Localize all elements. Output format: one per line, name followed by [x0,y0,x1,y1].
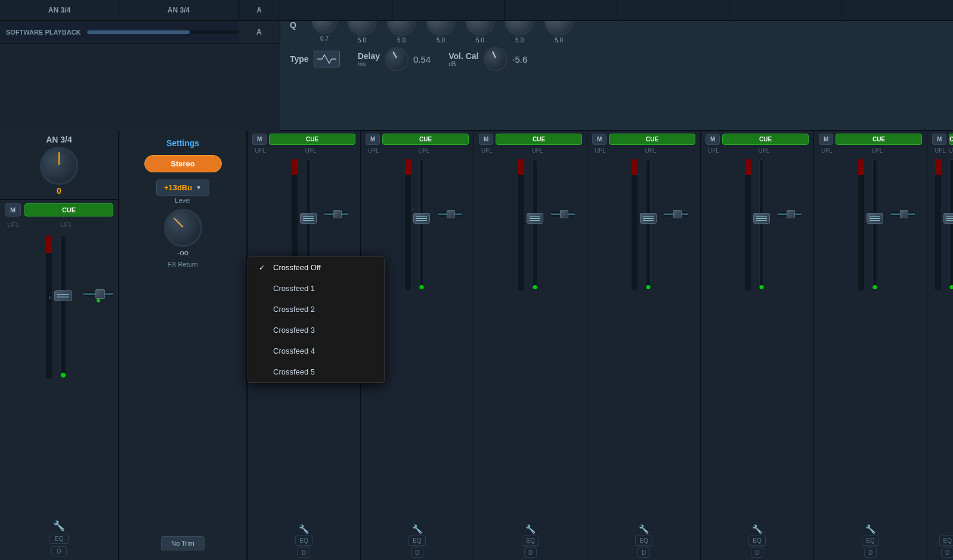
cue-btn-6[interactable]: CUE [836,134,922,145]
mute-btn-1[interactable]: M [252,134,267,145]
pan-handle-2[interactable] [447,210,455,218]
delay-sub: ms [358,61,380,67]
ufl2-5: UFL [759,147,807,154]
delay-knob[interactable] [385,47,409,71]
dropdown-item-5[interactable]: Crossfeed 5 [248,361,384,382]
cue-button-main[interactable]: CUE [24,203,113,216]
q-value-1: 0.7 [320,35,329,42]
wrench-icon-main[interactable]: 🔧 [53,520,65,531]
q-value-4: 5.0 [437,37,445,44]
channel-strip-6: M CUE UFL UFL [814,131,927,560]
ufl2-3: UFL [532,147,580,154]
q-value-6: 5.0 [515,37,524,44]
d-btn-3[interactable]: D [524,547,537,558]
eq-btn-5[interactable]: EQ [748,536,765,546]
pan-handle-4[interactable] [673,210,682,218]
top-name-an34-left: AN 3/4 [0,0,119,20]
type-selector[interactable] [314,51,340,67]
wrench-icon-2[interactable]: 🔧 [412,524,422,534]
eq-btn-2[interactable]: EQ [409,536,425,546]
check-icon-0: ✓ [259,264,268,272]
q-value-5: 5.0 [476,37,484,44]
eq-btn-3[interactable]: EQ [522,536,539,546]
q-value-2: 5.0 [358,37,366,44]
pan-handle-3[interactable] [560,210,568,218]
ufl2-2: UFL [419,147,467,154]
wrench-icon-5[interactable]: 🔧 [752,524,762,534]
wrench-icon-4[interactable]: 🔧 [639,524,649,534]
vu-2 [405,159,411,290]
mute-btn-partial[interactable]: M [932,134,946,145]
main-knob-value: 0 [57,186,61,196]
fader-handle-1[interactable] [300,213,317,224]
channel-strip-3: M CUE UFL UFL [474,131,587,560]
d-button-main[interactable]: D [51,546,66,556]
mute-btn-2[interactable]: M [366,134,380,145]
fader-handle-4[interactable] [640,213,657,224]
pan-fader-handle[interactable] [95,289,105,299]
d-btn-1[interactable]: D [298,547,310,558]
vu-6 [858,159,864,290]
ufl2-6: UFL [872,147,920,154]
channel-name-main: AN 3/4 [46,135,72,144]
settings-tab[interactable]: Settings [124,136,242,150]
mute-btn-6[interactable]: M [819,134,833,145]
q-label: Q [290,20,302,30]
dropdown-item-1[interactable]: Crossfeed 1 [248,278,384,299]
vu-meter-left [46,236,52,379]
d-btn-6[interactable]: D [864,547,877,558]
fx-return-label: FX Return [124,261,242,268]
main-fader-handle[interactable] [54,290,72,301]
eq-btn-1[interactable]: EQ [295,536,312,546]
top-name-a: A [239,0,280,20]
eq-button-main[interactable]: EQ [49,534,69,544]
stereo-button[interactable]: Stereo [144,155,222,172]
pan-fader-track [83,292,113,296]
eq-btn-4[interactable]: EQ [635,536,652,546]
fader-handle-5[interactable] [753,213,770,224]
level-knob[interactable] [164,209,202,247]
d-btn-4[interactable]: D [638,547,650,558]
pan-handle-1[interactable] [333,210,342,218]
vu-3 [518,159,524,290]
dropdown-item-3[interactable]: Crossfeed 3 [248,320,384,341]
wrench-icon-1[interactable]: 🔧 [299,524,309,534]
tab-a[interactable]: A [239,21,280,44]
mute-button-main[interactable]: M [5,203,21,216]
no-trim-button[interactable]: No Trim [161,536,205,550]
ufl1-6: UFL [821,147,870,154]
main-fader-track: 0 [60,236,66,379]
ufl1-5: UFL [708,147,756,154]
cue-btn-4[interactable]: CUE [609,134,695,145]
ufl-left-main: UFL [7,221,58,228]
cue-btn-5[interactable]: CUE [722,134,809,145]
mute-btn-5[interactable]: M [706,134,720,145]
level-value: -oo [177,248,188,257]
pan-handle-6[interactable] [900,210,908,218]
cue-btn-3[interactable]: CUE [496,134,582,145]
volcal-knob[interactable] [484,47,508,71]
cue-btn-partial[interactable]: CUE [949,134,953,145]
mute-btn-3[interactable]: M [479,134,493,145]
d-btn-5[interactable]: D [751,547,763,558]
mute-btn-4[interactable]: M [592,134,607,145]
q-value-3: 5.0 [397,37,406,44]
fader-handle-3[interactable] [527,213,543,224]
dropdown-item-2[interactable]: Crossfeed 2 [248,299,384,320]
cue-btn-1[interactable]: CUE [269,134,355,145]
dropdown-item-0[interactable]: ✓ Crossfeed Off [248,257,384,278]
eq-btn-6[interactable]: EQ [862,536,878,546]
d-btn-2[interactable]: D [411,547,423,558]
fader-handle-6[interactable] [867,213,883,224]
wrench-icon-6[interactable]: 🔧 [865,524,875,534]
ufl1-1: UFL [255,147,303,154]
level-dropdown[interactable]: +13dBu ▼ [156,180,209,196]
dropdown-item-4[interactable]: Crossfeed 4 [248,341,384,361]
fader-handle-partial[interactable] [943,213,953,224]
fader-handle-2[interactable] [413,213,430,224]
wrench-icon-3[interactable]: 🔧 [525,524,536,534]
cue-btn-2[interactable]: CUE [382,134,469,145]
pan-handle-5[interactable] [787,210,795,218]
channel-strip-partial: M CUE UFL U EQ D [927,131,953,560]
main-channel-knob[interactable] [40,147,78,185]
